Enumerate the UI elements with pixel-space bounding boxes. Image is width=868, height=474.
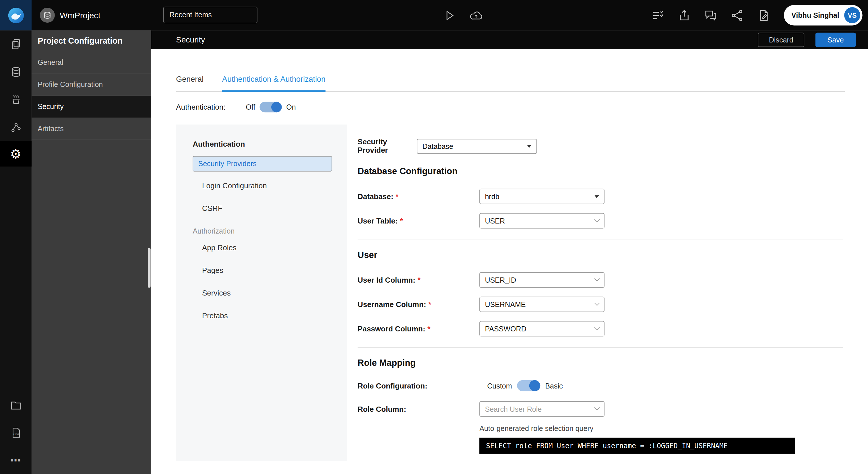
security-provider-form: Security Provider Database Database Conf… — [347, 125, 868, 461]
sidebar-item-security[interactable]: Security — [32, 96, 151, 118]
java-services-icon[interactable] — [0, 86, 32, 113]
username-column-value: USERNAME — [485, 300, 526, 309]
security-provider-select[interactable]: Database — [417, 138, 537, 154]
menu-item-app-roles[interactable]: App Roles — [193, 240, 332, 256]
top-bar: WmProject Recent Items — [0, 0, 868, 30]
app-window: WmProject Recent Items — [0, 0, 868, 474]
chevron-down-icon — [594, 324, 600, 330]
share-network-icon[interactable] — [731, 9, 744, 22]
toggle-off-label: Off — [246, 103, 255, 111]
role-column-row: Role Column: Search User Role — [358, 401, 843, 417]
section-divider — [358, 240, 843, 240]
toggle-knob — [529, 380, 540, 391]
authentication-toggle-row: Authentication: Off On — [176, 101, 868, 113]
user-table-value: USER — [485, 217, 505, 225]
role-configuration-label: Role Configuration: — [358, 382, 479, 390]
role-configuration-toggle[interactable] — [517, 380, 540, 391]
project-configuration-sidebar: Project Configuration General Profile Co… — [32, 30, 151, 474]
user-table-label: User Table:* — [358, 217, 479, 225]
toggle-on-label: On — [286, 103, 296, 111]
database-label: Database:* — [358, 192, 479, 200]
user-id-column-value: USER_ID — [485, 276, 516, 284]
main-content: General Authentication & Authorization A… — [151, 49, 868, 474]
user-id-column-label: User Id Column:* — [358, 276, 479, 284]
menu-item-login-configuration[interactable]: Login Configuration — [193, 178, 332, 194]
more-icon[interactable]: ⋯ — [0, 446, 32, 474]
recent-items-dropdown[interactable]: Recent Items — [163, 7, 257, 23]
wavemaker-logo[interactable] — [0, 0, 32, 30]
authentication-toggle[interactable] — [260, 102, 282, 112]
database-select[interactable]: hrdb — [479, 189, 604, 204]
auth-menu: Authentication Security Providers Login … — [176, 125, 347, 461]
role-column-select[interactable]: Search User Role — [479, 401, 604, 417]
menu-item-csrf[interactable]: CSRF — [193, 200, 332, 217]
svg-text:LOG: LOG — [13, 433, 19, 436]
file-edit-icon[interactable] — [757, 9, 770, 22]
menu-item-security-providers[interactable]: Security Providers — [193, 156, 332, 171]
password-column-row: Password Column:* PASSWORD — [358, 321, 843, 337]
deploy-cloud-icon[interactable] — [469, 9, 483, 22]
user-menu[interactable]: Vibhu Singhal VS — [784, 5, 863, 25]
username-column-label: Username Column:* — [358, 300, 479, 309]
section-divider — [358, 347, 843, 348]
required-asterisk: * — [427, 324, 430, 333]
custom-label: Custom — [487, 382, 512, 390]
page-header: Security Discard Save — [151, 30, 868, 49]
password-column-label: Password Column:* — [358, 324, 479, 333]
role-column-label: Role Column: — [358, 405, 479, 413]
toggle-knob — [271, 102, 282, 112]
run-icon[interactable] — [443, 9, 456, 22]
username-column-select[interactable]: USERNAME — [479, 297, 604, 312]
user-name: Vibhu Singhal — [792, 11, 839, 20]
user-avatar: VS — [844, 7, 860, 23]
logs-icon[interactable]: LOG — [0, 419, 32, 446]
database-icon[interactable] — [0, 58, 32, 86]
folder-icon[interactable] — [0, 391, 32, 419]
required-asterisk: * — [428, 300, 431, 309]
menu-item-prefabs[interactable]: Prefabs — [193, 308, 332, 324]
sidebar-item-profile-configuration[interactable]: Profile Configuration — [32, 73, 151, 96]
user-table-select[interactable]: USER — [479, 213, 604, 228]
feedback-icon[interactable] — [704, 9, 717, 22]
sidebar-item-artifacts[interactable]: Artifacts — [32, 118, 151, 140]
role-selection-query: SELECT role FROM User WHERE username = :… — [479, 438, 795, 454]
sidebar-scrollbar[interactable] — [148, 248, 151, 288]
project-name: WmProject — [60, 11, 100, 20]
discard-button[interactable]: Discard — [758, 33, 804, 47]
password-column-value: PASSWORD — [485, 324, 526, 333]
database-configuration-heading: Database Configuration — [358, 166, 843, 177]
chevron-down-icon — [594, 276, 600, 281]
chevron-down-icon — [594, 405, 600, 410]
save-button[interactable]: Save — [815, 33, 856, 47]
pages-icon[interactable] — [0, 30, 32, 58]
user-heading: User — [358, 250, 843, 260]
wavemaker-logo-icon — [7, 6, 25, 24]
menu-item-services[interactable]: Services — [193, 285, 332, 302]
export-icon[interactable] — [677, 9, 691, 22]
user-table-row: User Table:* USER — [358, 213, 843, 228]
query-caption: Auto-generated role selection query — [479, 424, 843, 433]
chevron-down-icon — [527, 145, 531, 148]
apis-icon[interactable] — [0, 113, 32, 141]
authentication-label: Authentication: — [176, 103, 246, 111]
tab-general[interactable]: General — [176, 74, 204, 90]
user-id-column-select[interactable]: USER_ID — [479, 272, 604, 288]
auth-menu-section-authentication: Authentication — [193, 140, 347, 148]
security-panel: Authentication Security Providers Login … — [176, 125, 868, 461]
menu-item-pages[interactable]: Pages — [193, 262, 332, 279]
required-asterisk: * — [417, 276, 421, 284]
role-column-placeholder: Search User Role — [485, 405, 541, 413]
left-rail: ⚙ LOG ⋯ — [0, 30, 32, 474]
settings-gear-icon[interactable]: ⚙ — [0, 141, 32, 167]
required-asterisk: * — [396, 192, 398, 200]
database-value: hrdb — [485, 192, 499, 200]
auth-menu-section-authorization: Authorization — [193, 227, 347, 235]
sidebar-title: Project Configuration — [32, 30, 151, 51]
tab-authentication-authorization[interactable]: Authentication & Authorization — [222, 74, 326, 92]
password-column-select[interactable]: PASSWORD — [479, 321, 604, 337]
page-title: Security — [176, 35, 205, 44]
project-avatar-icon[interactable] — [40, 8, 55, 23]
chevron-down-icon — [594, 195, 599, 198]
sidebar-item-general[interactable]: General — [32, 51, 151, 73]
task-list-icon[interactable] — [651, 9, 664, 22]
